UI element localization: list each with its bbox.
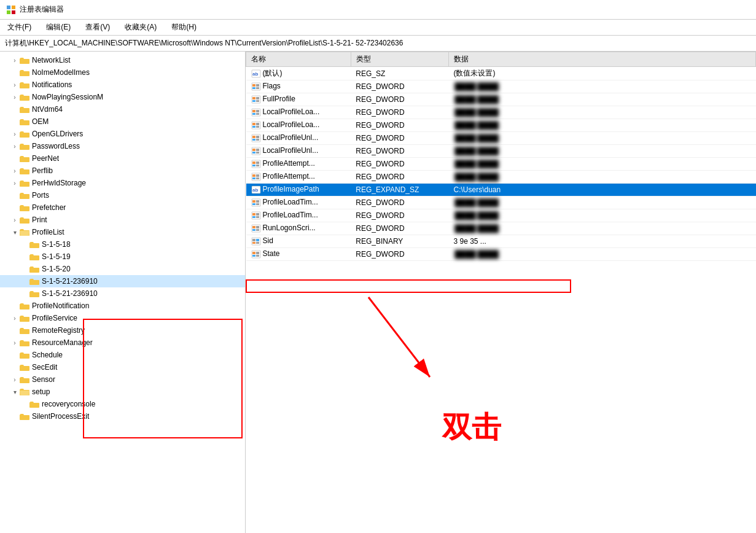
tree-item-profileNotification[interactable]: ProfileNotification xyxy=(0,300,245,312)
cell-data: ████ ████ xyxy=(449,106,756,119)
svg-text:ab: ab xyxy=(252,187,258,193)
table-row[interactable]: Flags REG_DWORD ████ ████ xyxy=(246,80,756,93)
tree-item-resourceManager[interactable]: ›ResourceManager xyxy=(0,337,245,349)
tree-label-profileService: ProfileService xyxy=(32,314,77,322)
svg-rect-0 xyxy=(7,6,10,9)
cell-name: FullProfile xyxy=(246,93,351,106)
svg-rect-28 xyxy=(252,139,255,141)
tree-item-remoteRegistry[interactable]: RemoteRegistry xyxy=(0,324,245,337)
svg-rect-34 xyxy=(256,149,259,151)
tree-panel[interactable]: ›NetworkList NoImeModelImes›Notification… xyxy=(0,52,246,533)
table-row[interactable]: ProfileLoadTim... REG_DWORD ████ ████ xyxy=(246,209,756,222)
svg-rect-62 xyxy=(256,229,259,231)
tree-item-setup[interactable]: ▾setup xyxy=(0,386,245,398)
table-row[interactable]: FullProfile REG_DWORD ████ ████ xyxy=(246,93,756,106)
folder-icon-openGLDrivers xyxy=(20,129,29,139)
table-row[interactable]: LocalProfileLoa... REG_DWORD ████ ████ xyxy=(246,106,756,119)
cell-name: ProfileAttempt... xyxy=(246,171,351,184)
table-row[interactable]: State REG_DWORD ████ ████ xyxy=(246,248,756,261)
tree-item-s152122[interactable]: S-1-5-21-236910 xyxy=(0,287,245,300)
svg-rect-18 xyxy=(252,113,255,115)
cell-type: REG_SZ xyxy=(351,67,448,80)
tree-arrow-networkList[interactable]: › xyxy=(10,55,20,65)
tree-item-peerNet[interactable]: PeerNet xyxy=(0,152,245,165)
menu-favorites[interactable]: 收藏夹(A) xyxy=(122,21,159,34)
tree-item-ntVdm64[interactable]: NtVdm64 xyxy=(0,103,245,115)
tree-item-s1519[interactable]: S-1-5-19 xyxy=(0,251,245,263)
tree-arrow-resourceManager[interactable]: › xyxy=(10,338,20,348)
tree-item-noImeModelImes[interactable]: NoImeModelImes xyxy=(0,66,245,79)
tree-item-oem[interactable]: OEM xyxy=(0,115,245,128)
tree-item-profileList[interactable]: ▾ProfileList xyxy=(0,226,245,238)
table-row[interactable]: ab(默认) REG_SZ (数值未设置) xyxy=(246,67,756,80)
tree-arrow-sensor[interactable]: › xyxy=(10,375,20,384)
tree-item-ports[interactable]: Ports xyxy=(0,189,245,201)
cell-name: ProfileLoadTim... xyxy=(246,209,351,222)
tree-arrow-perflib[interactable]: › xyxy=(10,166,20,176)
menu-edit[interactable]: 编辑(E) xyxy=(44,21,73,34)
tree-label-s1520: S-1-5-20 xyxy=(42,265,71,273)
table-row[interactable]: abProfileImagePath REG_EXPAND_SZ C:\User… xyxy=(246,184,756,196)
col-data: 数据 xyxy=(449,52,756,67)
tree-item-sensor[interactable]: ›Sensor xyxy=(0,373,245,386)
folder-icon-ntVdm64 xyxy=(20,104,29,114)
title-bar: 注册表编辑器 xyxy=(0,0,756,20)
table-row[interactable]: LocalProfileUnl... REG_DWORD ████ ████ xyxy=(246,132,756,145)
cell-type: REG_DWORD xyxy=(351,158,448,171)
tree-arrow-profileService[interactable]: › xyxy=(10,313,20,323)
table-row[interactable]: LocalProfileUnl... REG_DWORD ████ ████ xyxy=(246,145,756,158)
svg-rect-59 xyxy=(252,226,255,228)
tree-item-s152121[interactable]: S-1-5-21-236910 xyxy=(0,275,245,287)
tree-arrow-passwordLess[interactable]: › xyxy=(10,141,20,151)
svg-rect-14 xyxy=(256,97,259,99)
table-row[interactable]: LocalProfileLoa... REG_DWORD ████ ████ xyxy=(246,119,756,132)
table-row[interactable]: RunLogonScri... REG_DWORD ████ ████ xyxy=(246,222,756,235)
tree-item-print[interactable]: ›Print xyxy=(0,214,245,226)
cell-type: REG_DWORD xyxy=(351,248,448,261)
tree-arrow-openGLDrivers[interactable]: › xyxy=(10,129,20,139)
tree-item-s1518[interactable]: S-1-5-18 xyxy=(0,238,245,251)
table-row[interactable]: Sid REG_BINARY 3 9e 35 ... xyxy=(246,235,756,248)
svg-rect-49 xyxy=(252,200,255,203)
table-row[interactable]: ProfileAttempt... REG_DWORD ████ ████ xyxy=(246,171,756,184)
tree-arrow-profileList[interactable]: ▾ xyxy=(10,227,20,237)
tree-item-secEdit[interactable]: SecEdit xyxy=(0,361,245,373)
menu-help[interactable]: 帮助(H) xyxy=(169,21,199,34)
tree-spacer-recoveryConsole xyxy=(20,399,29,409)
tree-arrow-setup[interactable]: ▾ xyxy=(10,387,20,397)
tree-item-prefetcher[interactable]: Prefetcher xyxy=(0,201,245,214)
folder-icon-s1520 xyxy=(29,264,39,274)
folder-icon-prefetcher xyxy=(20,203,29,212)
svg-rect-15 xyxy=(256,100,259,102)
tree-item-profileService[interactable]: ›ProfileService xyxy=(0,312,245,324)
tree-arrow-notifications[interactable]: › xyxy=(10,80,20,90)
cell-type: REG_DWORD xyxy=(351,171,448,184)
menu-file[interactable]: 文件(F) xyxy=(5,21,34,34)
tree-item-silentProcessExit[interactable]: SilentProcessExit xyxy=(0,410,245,422)
cell-name: abProfileImagePath xyxy=(246,184,351,196)
tree-item-notifications[interactable]: ›Notifications xyxy=(0,79,245,91)
tree-arrow-nowPlayingSessionM[interactable]: › xyxy=(10,92,20,102)
svg-rect-57 xyxy=(256,216,259,218)
svg-rect-51 xyxy=(256,200,259,203)
tree-item-schedule[interactable]: Schedule xyxy=(0,349,245,361)
tree-item-perHwIdStorage[interactable]: ›PerHwIdStorage xyxy=(0,177,245,189)
folder-icon-remoteRegistry xyxy=(20,325,29,335)
tree-arrow-print[interactable]: › xyxy=(10,215,20,225)
tree-label-peerNet: PeerNet xyxy=(32,154,59,163)
menu-view[interactable]: 查看(V) xyxy=(83,21,112,34)
cell-type: REG_EXPAND_SZ xyxy=(351,184,448,196)
table-row[interactable]: ProfileAttempt... REG_DWORD ████ ████ xyxy=(246,158,756,171)
tree-item-openGLDrivers[interactable]: ›OpenGLDrivers xyxy=(0,128,245,140)
tree-spacer-peerNet xyxy=(10,154,20,163)
tree-item-recoveryConsole[interactable]: recoveryconsole xyxy=(0,398,245,410)
table-row[interactable]: ProfileLoadTim... REG_DWORD ████ ████ xyxy=(246,196,756,209)
tree-item-passwordLess[interactable]: ›PasswordLess xyxy=(0,140,245,152)
col-name: 名称 xyxy=(246,52,351,67)
tree-item-perflib[interactable]: ›Perflib xyxy=(0,165,245,177)
svg-rect-39 xyxy=(256,161,259,164)
tree-item-s1520[interactable]: S-1-5-20 xyxy=(0,263,245,275)
tree-arrow-perHwIdStorage[interactable]: › xyxy=(10,178,20,188)
tree-item-networkList[interactable]: ›NetworkList xyxy=(0,54,245,66)
tree-item-nowPlayingSessionM[interactable]: ›NowPlayingSessionM xyxy=(0,91,245,103)
